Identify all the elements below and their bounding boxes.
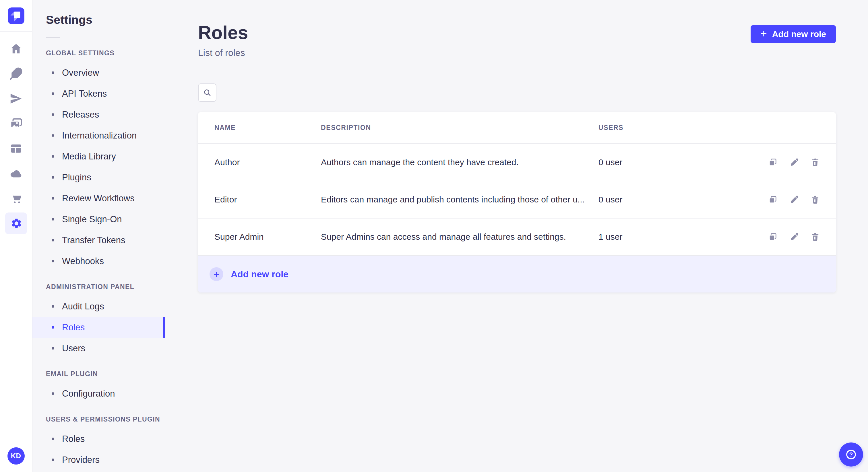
subnav-section: EMAIL PLUGIN Configuration — [32, 370, 165, 404]
table-row[interactable]: Editor Editors can manage and publish co… — [198, 181, 836, 218]
duplicate-button[interactable] — [767, 231, 778, 243]
add-new-role-row-label: Add new role — [231, 269, 288, 279]
trash-icon — [810, 232, 820, 242]
content-builder-feather-icon[interactable] — [5, 61, 27, 86]
strapi-logo[interactable] — [8, 7, 24, 24]
subnav-item-label: Providers — [62, 455, 100, 465]
bullet-icon — [52, 134, 54, 137]
subnav-item-label: Transfer Tokens — [62, 235, 125, 245]
subnav-item-users[interactable]: Users — [32, 338, 165, 359]
rail-divider — [0, 31, 32, 32]
bullet-icon — [52, 113, 54, 116]
subnav-title: Settings — [46, 13, 165, 27]
page-title-block: Roles List of roles — [198, 23, 248, 58]
subnav-item-review-workflows[interactable]: Review Workflows — [32, 188, 165, 209]
table-body: Author Authors can manage the content th… — [198, 143, 836, 255]
table-header-row: NAME DESCRIPTION USERS — [198, 112, 836, 143]
subnav-item-single-sign-on[interactable]: Single Sign-On — [32, 209, 165, 230]
bullet-icon — [52, 176, 54, 179]
media-images-icon[interactable] — [5, 111, 27, 136]
subnav-item-label: Single Sign-On — [62, 214, 122, 225]
row-actions — [713, 194, 821, 205]
subnav-section-label: USERS & PERMISSIONS PLUGIN — [46, 415, 165, 423]
subnav-item-plugins[interactable]: Plugins — [32, 167, 165, 188]
bullet-icon — [52, 438, 54, 440]
search-button[interactable] — [198, 83, 216, 102]
subnav-item-label: Users — [62, 343, 85, 353]
send-plane-icon[interactable] — [5, 86, 27, 111]
user-avatar[interactable]: KD — [7, 447, 25, 465]
add-new-role-row[interactable]: + Add new role — [198, 255, 836, 293]
duplicate-button[interactable] — [767, 157, 778, 168]
subnav-item-label: Roles — [62, 434, 85, 444]
bullet-icon — [52, 305, 54, 308]
plus-circle-icon: + — [210, 267, 223, 281]
subnav-item-roles[interactable]: Roles — [32, 317, 165, 338]
subnav-item-releases[interactable]: Releases — [32, 104, 165, 125]
subnav-item-internationalization[interactable]: Internationalization — [32, 125, 165, 146]
subnav-item-providers[interactable]: Providers — [32, 449, 165, 470]
cell-description: Authors can manage the content they have… — [321, 158, 598, 167]
bullet-icon — [52, 459, 54, 461]
cloud-icon[interactable] — [5, 161, 27, 186]
cell-name: Editor — [214, 195, 321, 204]
subnav-item-transfer-tokens[interactable]: Transfer Tokens — [32, 230, 165, 250]
subnav-item-audit-logs[interactable]: Audit Logs — [32, 296, 165, 317]
subnav-item-list: Roles Providers — [32, 429, 165, 470]
subnav-item-label: API Tokens — [62, 89, 107, 99]
edit-button[interactable] — [788, 194, 800, 205]
cell-description: Editors can manage and publish contents … — [321, 195, 598, 204]
edit-pencil-icon — [789, 195, 799, 204]
subnav-item-label: Releases — [62, 109, 99, 120]
subnav-item-list: Audit Logs Roles Users — [32, 296, 165, 359]
help-button[interactable]: ? — [839, 442, 863, 467]
page-header: Roles List of roles + Add new role — [198, 23, 836, 58]
home-icon[interactable] — [5, 36, 27, 61]
delete-button[interactable] — [809, 231, 821, 243]
subnav-item-media-library[interactable]: Media Library — [32, 146, 165, 167]
bullet-icon — [52, 392, 54, 395]
subnav-item-overview[interactable]: Overview — [32, 62, 165, 83]
subnav-section-label: GLOBAL SETTINGS — [46, 49, 165, 57]
add-new-role-button[interactable]: + Add new role — [751, 25, 836, 43]
subnav-item-label: Webhooks — [62, 256, 104, 266]
bullet-icon — [52, 260, 54, 262]
subnav-section: ADMINISTRATION PANEL Audit Logs Roles Us… — [32, 283, 165, 359]
svg-text:?: ? — [849, 451, 853, 458]
subnav-item-webhooks[interactable]: Webhooks — [32, 250, 165, 272]
delete-button[interactable] — [809, 157, 821, 168]
marketplace-cart-icon[interactable] — [5, 186, 27, 211]
subnav-item-list: Configuration — [32, 383, 165, 404]
bullet-icon — [52, 218, 54, 221]
subnav-item-label: Media Library — [62, 151, 116, 162]
subnav-section-label: ADMINISTRATION PANEL — [46, 283, 165, 291]
settings-active-tile — [5, 212, 27, 234]
roles-table-card: NAME DESCRIPTION USERS Author Authors ca… — [198, 112, 836, 293]
subnav-section-label: EMAIL PLUGIN — [46, 370, 165, 378]
subnav-item-api-tokens[interactable]: API Tokens — [32, 83, 165, 104]
edit-button[interactable] — [788, 231, 800, 243]
cell-description: Super Admins can access and manage all f… — [321, 232, 598, 242]
main-nav-rail: KD — [0, 0, 32, 472]
cell-users: 0 user — [598, 195, 713, 204]
table-row[interactable]: Author Authors can manage the content th… — [198, 143, 836, 181]
bullet-icon — [52, 155, 54, 158]
edit-pencil-icon — [789, 232, 799, 242]
row-actions — [713, 231, 821, 243]
duplicate-button[interactable] — [767, 194, 778, 205]
page-subtitle: List of roles — [198, 47, 248, 58]
cell-name: Author — [214, 158, 321, 167]
strapi-logo-icon — [8, 7, 24, 24]
content-layout-icon[interactable] — [5, 136, 27, 161]
table-row[interactable]: Super Admin Super Admins can access and … — [198, 218, 836, 255]
settings-gear-icon[interactable] — [5, 211, 27, 236]
subnav-item-configuration[interactable]: Configuration — [32, 383, 165, 404]
trash-icon — [810, 158, 820, 167]
delete-button[interactable] — [809, 194, 821, 205]
subnav-item-label: Review Workflows — [62, 193, 135, 204]
edit-button[interactable] — [788, 157, 800, 168]
subnav-item-label: Overview — [62, 68, 99, 78]
add-new-role-button-label: Add new role — [772, 29, 826, 39]
subnav-item-roles[interactable]: Roles — [32, 429, 165, 449]
duplicate-icon — [768, 232, 778, 242]
